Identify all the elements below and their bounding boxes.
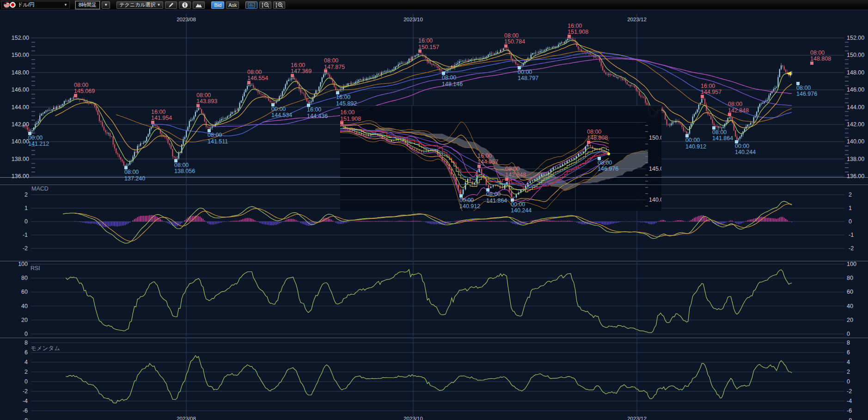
price-axis-label: 150.00 (847, 52, 864, 58)
svg-text:80: 80 (847, 275, 853, 281)
fx-chart-app: ドル/円 ▼ 8時間足 ▼ テクニカル選択 ▼ Bid (0, 0, 868, 420)
pencil-icon (168, 2, 174, 8)
jp-flag-icon (10, 2, 16, 8)
timeframe-dropdown-button[interactable]: ▼ (102, 1, 110, 9)
toolbar: ドル/円 ▼ 8時間足 ▼ テクニカル選択 ▼ Bid (0, 0, 868, 10)
momentum-title: モメンタム (31, 345, 60, 352)
svg-text:20: 20 (21, 317, 28, 323)
momentum-pane: 8866442200-2-2-4-4-6-6-8-8モメンタム (23, 338, 852, 420)
macd-title: MACD (31, 185, 49, 192)
rsi-title: RSI (31, 265, 40, 272)
svg-text:100: 100 (847, 261, 856, 267)
svg-text:1: 1 (849, 205, 852, 211)
svg-text:-8: -8 (23, 417, 28, 420)
price-axis-label: 136.00 (847, 173, 864, 179)
price-axis-label: 148.00 (847, 69, 864, 76)
inset-axis-label: 150.0 (649, 135, 661, 141)
vertical-zoom-in-icon (275, 2, 283, 8)
svg-text:-6: -6 (23, 408, 28, 414)
pane-separator (0, 261, 868, 261)
volume-bars-button[interactable] (245, 1, 257, 9)
pane-separator (0, 338, 868, 338)
svg-text:0: 0 (849, 218, 852, 225)
us-flag-icon (4, 2, 10, 8)
currency-pair-select[interactable]: ドル/円 ▼ (1, 1, 70, 9)
svg-text:-2: -2 (847, 388, 852, 395)
svg-text:2: 2 (24, 369, 28, 375)
price-axis-label: 140.00 (12, 138, 29, 145)
svg-text:60: 60 (847, 289, 853, 295)
svg-text:2: 2 (24, 191, 28, 198)
svg-text:100: 100 (18, 261, 28, 267)
svg-text:80: 80 (21, 275, 28, 281)
svg-text:40: 40 (847, 303, 853, 309)
svg-text:8: 8 (24, 340, 28, 346)
timeframe-box[interactable]: 8時間足 (75, 1, 100, 9)
chart-style-button[interactable] (193, 1, 205, 9)
svg-text:2: 2 (847, 369, 850, 375)
svg-text:0: 0 (24, 331, 28, 337)
bar-chart-icon (248, 2, 255, 8)
pane-separator (0, 185, 868, 185)
svg-text:-2: -2 (23, 245, 28, 252)
inset-axis-label: 145.0 (649, 166, 661, 172)
vertical-zoom-out-icon (261, 2, 269, 8)
chart-bottom-line (0, 177, 868, 178)
price-axis-label: 138.00 (847, 156, 864, 162)
svg-text:-2: -2 (849, 245, 854, 252)
technical-select-label: テクニカル選択 (119, 1, 155, 8)
price-axis-label: 136.00 (12, 173, 29, 179)
ask-label: Ask (228, 2, 237, 8)
svg-text:4: 4 (847, 359, 850, 365)
info-button[interactable] (179, 1, 191, 9)
chevron-down-icon: ▼ (157, 3, 160, 7)
inset-axis-label: 140.0 (649, 197, 661, 203)
price-axis-label: 144.00 (12, 104, 29, 111)
svg-text:60: 60 (21, 289, 28, 295)
svg-text:6: 6 (24, 349, 28, 356)
pair-dropdown-arrow[interactable]: ▼ (64, 3, 67, 7)
svg-text:-1: -1 (849, 232, 854, 238)
svg-text:0: 0 (847, 331, 850, 337)
svg-text:0: 0 (24, 218, 28, 225)
svg-text:0: 0 (847, 378, 850, 385)
svg-text:-2: -2 (23, 388, 28, 395)
price-axis-label: 148.00 (12, 69, 29, 76)
price-axis-label: 146.00 (847, 86, 864, 93)
svg-text:4: 4 (24, 359, 28, 365)
ask-button[interactable]: Ask (226, 1, 239, 9)
bid-button[interactable]: Bid (211, 1, 224, 9)
price-axis-label: 138.00 (12, 156, 29, 162)
svg-text:40: 40 (21, 303, 28, 309)
technical-select-button[interactable]: テクニカル選択 ▼ (116, 1, 163, 9)
svg-text:-1: -1 (23, 232, 28, 238)
price-axis-label: 146.00 (12, 86, 29, 93)
svg-text:-4: -4 (23, 398, 28, 404)
svg-text:2: 2 (849, 191, 852, 198)
pair-label: ドル/円 (18, 1, 35, 8)
price-axis-label: 144.00 (847, 104, 864, 111)
svg-text:0: 0 (24, 378, 28, 385)
rsi-pane: 100100808060604040202000RSI (18, 261, 856, 337)
price-axis-label: 142.00 (847, 121, 864, 128)
svg-text:8: 8 (847, 340, 850, 346)
zoom-inset-panel[interactable]: 150.0145.0140.0 (340, 105, 661, 211)
price-axis-label: 140.00 (847, 138, 864, 145)
chevron-down-icon: ▼ (104, 3, 108, 7)
timeframe-label: 8時間足 (79, 1, 97, 8)
price-axis-label: 150.00 (12, 52, 29, 58)
svg-text:-4: -4 (847, 398, 852, 404)
price-axis-label: 152.00 (12, 35, 29, 41)
svg-text:-6: -6 (847, 408, 852, 414)
svg-text:6: 6 (847, 349, 850, 356)
draw-pencil-button[interactable] (165, 1, 177, 9)
price-axis-label: 152.00 (847, 35, 864, 41)
vertical-zoom-out-button[interactable] (259, 1, 271, 9)
svg-text:20: 20 (847, 317, 853, 323)
price-axis-label: 142.00 (12, 121, 29, 128)
info-icon (182, 2, 188, 8)
svg-text:-8: -8 (847, 417, 852, 420)
bid-label: Bid (214, 2, 221, 8)
vertical-zoom-in-button[interactable] (273, 1, 285, 9)
mountain-chart-icon (195, 2, 202, 8)
